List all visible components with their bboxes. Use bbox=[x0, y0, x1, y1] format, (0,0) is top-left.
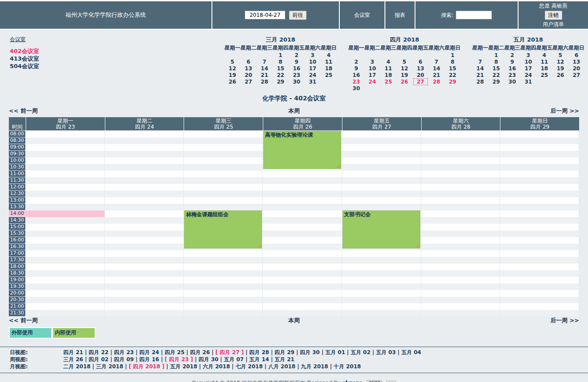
calendar-date[interactable]: 4 bbox=[380, 58, 396, 65]
time-slot-cell[interactable] bbox=[500, 290, 579, 297]
view-nav-link[interactable]: 三月 2018 bbox=[96, 363, 123, 370]
time-slot-cell[interactable] bbox=[421, 157, 500, 164]
calendar-date[interactable]: 22 bbox=[273, 72, 288, 78]
time-slot-cell[interactable] bbox=[105, 191, 184, 197]
time-slot-cell[interactable] bbox=[500, 131, 579, 138]
time-slot-cell[interactable] bbox=[26, 197, 105, 204]
time-slot-cell[interactable] bbox=[184, 204, 263, 210]
calendar-date[interactable]: 18 bbox=[321, 65, 337, 72]
time-slot-cell[interactable] bbox=[342, 204, 421, 210]
time-slot-cell[interactable] bbox=[105, 297, 184, 303]
time-slot-cell[interactable] bbox=[421, 197, 500, 204]
view-nav-link[interactable]: 五月 2018 bbox=[170, 363, 197, 370]
calendar-date[interactable]: 3 bbox=[364, 58, 380, 65]
time-slot-cell[interactable] bbox=[500, 283, 579, 290]
resize-handle-icon[interactable] bbox=[336, 164, 340, 168]
time-slot-cell[interactable] bbox=[105, 290, 184, 297]
view-nav-link[interactable]: 四月 24 bbox=[139, 349, 159, 355]
go-button[interactable]: 前往 bbox=[289, 11, 307, 20]
time-slot-cell[interactable] bbox=[342, 257, 421, 264]
time-slot-cell[interactable] bbox=[421, 217, 500, 224]
time-slot-cell[interactable] bbox=[342, 297, 421, 303]
time-slot-cell[interactable] bbox=[26, 277, 105, 283]
time-slot-cell[interactable] bbox=[184, 151, 263, 157]
time-slot-cell[interactable] bbox=[342, 270, 421, 277]
time-slot-cell[interactable] bbox=[500, 244, 579, 250]
calendar-date[interactable]: 9 bbox=[348, 65, 364, 72]
calendar-date[interactable]: 29 bbox=[273, 78, 288, 85]
time-slot-cell[interactable] bbox=[342, 191, 421, 197]
calendar-date[interactable]: 11 bbox=[536, 58, 552, 65]
calendar-date[interactable]: 28 bbox=[472, 78, 488, 85]
time-slot-cell[interactable] bbox=[500, 157, 579, 164]
time-label[interactable]: 14:30 bbox=[9, 217, 26, 224]
time-slot-cell[interactable] bbox=[26, 244, 105, 250]
day-column-header[interactable]: 星期一四月 23 bbox=[26, 117, 105, 130]
time-slot-cell[interactable] bbox=[342, 277, 421, 283]
calendar-date[interactable]: 10 bbox=[520, 58, 536, 65]
current-week-link[interactable]: 本周 bbox=[97, 317, 491, 325]
calendar-date[interactable]: 17 bbox=[304, 65, 320, 72]
time-slot-cell[interactable] bbox=[342, 157, 421, 164]
time-label[interactable]: 15:00 bbox=[9, 224, 26, 230]
time-label[interactable]: 19:30 bbox=[9, 283, 26, 290]
nav-report[interactable]: 报表 bbox=[385, 1, 415, 29]
calendar-date[interactable]: 10 bbox=[364, 65, 380, 72]
time-slot-cell[interactable] bbox=[263, 297, 342, 303]
time-slot-cell[interactable] bbox=[184, 177, 263, 184]
time-slot-cell[interactable] bbox=[500, 264, 579, 270]
date-input[interactable] bbox=[245, 11, 285, 19]
time-slot-cell[interactable] bbox=[184, 197, 263, 204]
view-nav-link[interactable]: [ 四月 23 ] bbox=[165, 356, 193, 363]
time-slot-cell[interactable] bbox=[421, 224, 500, 230]
time-slot-cell[interactable] bbox=[500, 224, 579, 230]
calendar-date[interactable]: 14 bbox=[472, 65, 488, 72]
calendar-date[interactable]: 16 bbox=[504, 65, 520, 72]
calendar-date[interactable]: 8 bbox=[488, 58, 504, 65]
time-slot-cell[interactable] bbox=[421, 270, 500, 277]
calendar-date[interactable]: 16 bbox=[288, 65, 304, 72]
calendar-date[interactable]: 15 bbox=[488, 65, 504, 72]
time-slot-cell[interactable] bbox=[342, 290, 421, 297]
view-nav-link[interactable]: 九月 2018 bbox=[301, 363, 328, 370]
time-label[interactable]: 11:00 bbox=[9, 171, 26, 177]
time-slot-cell[interactable] bbox=[421, 164, 500, 171]
time-slot-cell[interactable] bbox=[105, 224, 184, 230]
time-slot-cell[interactable] bbox=[105, 164, 184, 171]
day-column-header[interactable]: 星期六四月 28 bbox=[421, 117, 500, 130]
time-slot-cell[interactable] bbox=[263, 277, 342, 283]
calendar-date[interactable]: 12 bbox=[552, 58, 568, 65]
time-slot-cell[interactable] bbox=[421, 210, 500, 217]
time-slot-cell[interactable] bbox=[26, 138, 105, 144]
calendar-date[interactable]: 28 bbox=[428, 78, 444, 85]
time-slot-cell[interactable] bbox=[184, 138, 263, 144]
time-slot-cell[interactable] bbox=[263, 204, 342, 210]
search-input[interactable] bbox=[456, 11, 492, 19]
view-nav-link[interactable]: 四月 29 bbox=[275, 349, 295, 355]
calendar-date[interactable]: 6 bbox=[240, 58, 256, 65]
view-nav-link[interactable]: 四月 30 bbox=[300, 349, 320, 355]
calendar-date[interactable]: 5 bbox=[552, 52, 568, 58]
view-nav-link[interactable]: 五月 02 bbox=[350, 349, 370, 355]
view-nav-link[interactable]: 六月 2018 bbox=[203, 363, 230, 370]
time-slot-cell[interactable] bbox=[421, 257, 500, 264]
time-slot-cell[interactable] bbox=[184, 164, 263, 171]
time-slot-cell[interactable] bbox=[105, 184, 184, 191]
time-label[interactable]: 21:30 bbox=[9, 310, 26, 317]
calendar-date[interactable]: 19 bbox=[552, 65, 568, 72]
calendar-date[interactable]: 9 bbox=[288, 58, 304, 65]
time-slot-cell[interactable] bbox=[105, 244, 184, 250]
view-nav-link[interactable]: 五月 04 bbox=[401, 349, 421, 355]
time-slot-cell[interactable] bbox=[342, 144, 421, 151]
view-nav-link[interactable]: 四月 26 bbox=[190, 349, 210, 355]
time-slot-cell[interactable] bbox=[500, 177, 579, 184]
time-slot-cell[interactable] bbox=[26, 164, 105, 171]
time-slot-cell[interactable] bbox=[184, 310, 263, 317]
time-slot-cell[interactable] bbox=[342, 171, 421, 177]
day-column-header[interactable]: 星期五四月 27 bbox=[342, 117, 421, 130]
time-label[interactable]: 10:00 bbox=[9, 157, 26, 164]
time-slot-cell[interactable] bbox=[500, 144, 579, 151]
calendar-date[interactable]: 21 bbox=[257, 72, 273, 78]
view-nav-link[interactable]: 四月 21 bbox=[63, 349, 83, 355]
time-slot-cell[interactable] bbox=[342, 184, 421, 191]
